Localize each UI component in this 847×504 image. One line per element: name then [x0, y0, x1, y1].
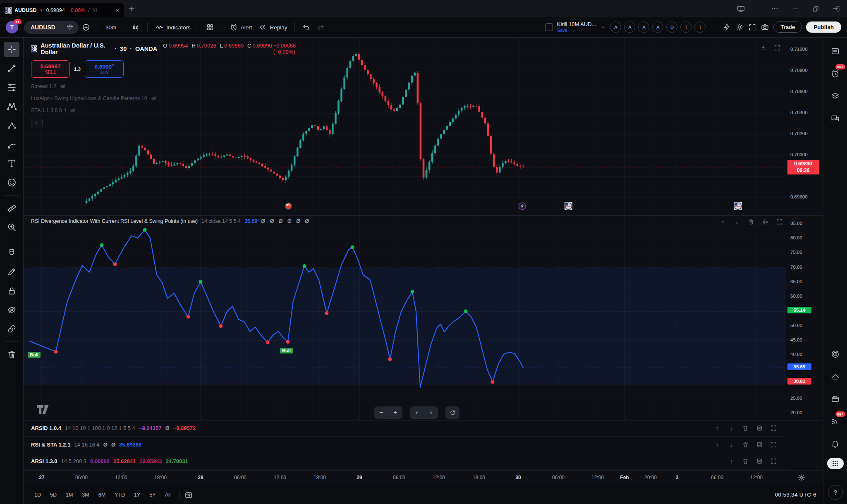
indicator-templates-button[interactable] [203, 21, 218, 34]
restore-window-icon[interactable] [812, 5, 820, 13]
dbar-button[interactable] [758, 43, 768, 53]
streams-button[interactable]: 99+ [827, 413, 844, 429]
magnet-tool[interactable] [4, 245, 19, 260]
indicator-row[interactable]: ARSI 1.3.014 5 200 30.0000025.6284129.95… [24, 453, 786, 470]
clock-timezone[interactable]: 00:53:34 UTC-6 [775, 492, 816, 498]
drawing-mode-tool[interactable] [4, 264, 19, 279]
chevron-down-icon[interactable] [600, 24, 606, 30]
user-circle-d4[interactable]: D [666, 21, 677, 33]
symbol-title-row[interactable]: Australian Dollar / U.S. Dollar · 30 · O… [31, 42, 296, 55]
indicator-row[interactable]: RSI & STA 1.2.114 16 16 4ØØ35.69268↑↓ [24, 437, 786, 453]
scroll-left-button[interactable]: ‹ [410, 406, 424, 419]
minimize-icon[interactable] [791, 5, 799, 13]
max-button[interactable] [772, 43, 782, 53]
trash-button[interactable] [746, 217, 756, 227]
alert-button[interactable]: Alert [226, 21, 256, 34]
up-button[interactable]: ↑ [718, 217, 728, 227]
indicators-button[interactable]: Indicators [152, 21, 203, 34]
sell-button[interactable]: 0.69887 SELL [31, 60, 70, 78]
down-button[interactable]: ↓ [726, 423, 737, 433]
layout-checkbox[interactable] [545, 23, 553, 31]
publish-button[interactable]: Publish [806, 21, 841, 33]
brush-tool[interactable] [4, 137, 19, 152]
pattern-tool[interactable] [4, 99, 19, 114]
buy-button[interactable]: 0.69900 BUY [85, 60, 124, 78]
user-circle-t6[interactable]: T [694, 21, 706, 33]
trash-button[interactable] [740, 440, 751, 450]
new-tab-button[interactable]: + [129, 3, 134, 14]
layout-menu[interactable]: Kirill 10M AUD... Save [557, 21, 596, 33]
range-5y-button[interactable]: 5Y [145, 490, 160, 499]
zoom-in-tool[interactable] [4, 220, 19, 235]
chart-tab[interactable]: AUDUSD ▼ 0.69894 −0.86% / Ki × [0, 3, 124, 17]
undo-button[interactable] [299, 21, 313, 34]
swap-button[interactable] [754, 423, 765, 433]
symbol-search-button[interactable]: AUDUSD [24, 21, 79, 34]
range-3m-button[interactable]: 3M [78, 490, 93, 499]
range-5d-button[interactable]: 5D [46, 490, 61, 499]
range-6m-button[interactable]: 6M [94, 490, 110, 499]
pane-divider[interactable] [24, 215, 823, 216]
up-button[interactable]: ↑ [712, 423, 723, 433]
redo-button[interactable] [313, 21, 328, 34]
fullscreen-icon[interactable] [748, 23, 756, 31]
exit-icon[interactable] [832, 5, 840, 13]
price-axis[interactable]: 0.710000.708000.706000.704000.702000.700… [786, 38, 823, 485]
indicator-row[interactable]: ARSID 1.0.414 10 10 1 100 1 0 12 1 5 5 4… [24, 420, 786, 437]
user-circle-a0[interactable]: A [610, 21, 621, 33]
replay-button[interactable]: Replay [255, 21, 290, 34]
trash-button[interactable] [740, 456, 751, 466]
quick-search-icon[interactable] [723, 23, 731, 31]
settings-icon[interactable] [735, 23, 744, 31]
zoom-in-button[interactable]: + [388, 406, 402, 419]
legend-row[interactable]: STA 1.1 3 8 8 4 [31, 107, 296, 114]
trash-button[interactable] [740, 423, 751, 433]
compare-button[interactable] [79, 21, 93, 34]
down-button[interactable]: ↓ [732, 217, 742, 227]
more-options-icon[interactable] [770, 5, 779, 13]
swap-button[interactable] [754, 456, 765, 466]
calendar-button[interactable] [827, 391, 844, 406]
rsi-indicator-header[interactable]: RSI Divergence Indicator With Current RS… [31, 218, 311, 224]
range-1d-button[interactable]: 1D [30, 490, 45, 499]
measure-tool[interactable] [4, 201, 19, 216]
range-1y-button[interactable]: 1Y [130, 490, 144, 499]
max-button[interactable] [768, 456, 779, 466]
hide-drawings-tool[interactable] [4, 302, 19, 318]
user-circle-a2[interactable]: A [638, 21, 649, 33]
up-button[interactable]: ↑ [726, 456, 737, 466]
legend-row[interactable]: Spread 1.2 [31, 83, 296, 90]
max-button[interactable] [774, 217, 785, 227]
time-axis[interactable]: 2706:0012:0018:002806:0012:0018:002906:0… [24, 471, 823, 485]
max-button[interactable] [768, 440, 779, 450]
max-button[interactable] [768, 423, 779, 433]
close-tab-icon[interactable]: × [116, 7, 119, 14]
crosshair-tool[interactable] [4, 42, 19, 57]
apps-button[interactable] [827, 458, 844, 469]
sync-drawings-tool[interactable] [4, 321, 19, 337]
help-button[interactable] [828, 485, 843, 500]
go-to-date-icon[interactable] [184, 491, 193, 499]
forecast-tool[interactable] [4, 118, 19, 133]
chart-style-button[interactable] [128, 21, 143, 34]
watchlist-button[interactable] [827, 43, 844, 59]
user-circle-a1[interactable]: A [624, 21, 635, 33]
minds-button[interactable] [827, 368, 844, 384]
save-link[interactable]: Save [557, 28, 596, 33]
ideas-button[interactable] [827, 346, 844, 362]
emoji-tool[interactable] [4, 175, 19, 190]
chat-button[interactable] [827, 110, 844, 126]
down-button[interactable]: ↓ [726, 440, 737, 450]
text-tool[interactable] [4, 156, 19, 171]
notifications-button[interactable] [827, 435, 844, 451]
collapse-legend-button[interactable] [31, 119, 43, 127]
remove-drawings-tool[interactable] [4, 347, 19, 362]
alerts-button[interactable]: 99+ [827, 66, 844, 81]
trade-button[interactable]: Trade [773, 21, 802, 33]
interval-button[interactable]: 30m [102, 22, 120, 33]
collapse-button[interactable] [760, 217, 770, 227]
tab-layout-icon[interactable] [737, 5, 745, 13]
trend-line-tool[interactable] [4, 61, 19, 76]
zoom-out-button[interactable]: − [374, 406, 388, 419]
user-circle-t5[interactable]: T [680, 21, 691, 33]
